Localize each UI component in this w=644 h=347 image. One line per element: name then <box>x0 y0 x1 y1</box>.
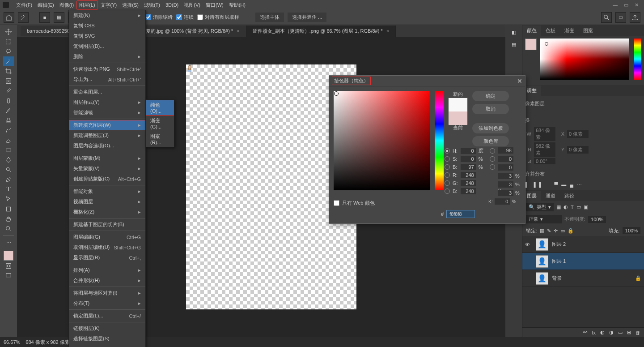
add-swatch-button[interactable]: 添加到色板 <box>472 123 509 133</box>
menu-item[interactable]: 视频图层▸ <box>69 197 145 207</box>
submenu-item[interactable]: 图案(R)... <box>146 131 174 147</box>
tab-close-icon[interactable]: × <box>386 28 389 34</box>
menu-item[interactable]: 分布(T)▸ <box>69 298 145 308</box>
m-input[interactable]: 3 <box>498 181 513 188</box>
r-input[interactable]: 248 <box>461 172 476 178</box>
b-input[interactable]: 97 <box>461 164 476 170</box>
sample-all-checkbox[interactable] <box>197 14 203 20</box>
new-selection-icon[interactable]: ■ <box>39 12 50 23</box>
select-subject-button[interactable]: 选择主体 <box>255 13 284 22</box>
menu-view[interactable]: 视图(V) <box>181 0 203 10</box>
select-and-mask-button[interactable]: 选择并遮住 ... <box>288 13 326 22</box>
stamp-tool-icon[interactable] <box>3 116 14 125</box>
blur-tool-icon[interactable] <box>3 155 14 164</box>
menu-item[interactable]: 新建调整图层(J)▸ <box>69 130 145 141</box>
lasso-tool-icon[interactable] <box>3 47 14 56</box>
menu-item[interactable]: 创建剪贴蒙版(C)Alt+Ctrl+G <box>69 174 145 184</box>
align-bot-icon[interactable]: ▄ <box>570 182 573 188</box>
filter-shape-icon[interactable]: ▭ <box>576 204 581 210</box>
align-left-icon[interactable]: ▌ <box>525 182 529 188</box>
menu-3d[interactable]: 3D(D) <box>163 1 181 9</box>
hue-bar[interactable] <box>634 39 641 80</box>
x-field[interactable]: 0 像素 <box>567 130 589 138</box>
menu-item[interactable]: 新建填充图层(W)▸ <box>69 120 145 130</box>
menu-item[interactable]: 复制 SVG <box>69 31 145 41</box>
minimize-icon[interactable]: — <box>613 2 618 8</box>
submenu-item[interactable]: 渐变(G)... <box>146 116 174 131</box>
document-tab[interactable]: 证件照女_副本（更清晰）.png @ 66.7% (图层 1, RGB/8#) … <box>246 26 396 37</box>
y-input[interactable]: 3 <box>498 190 513 196</box>
brush-tool-icon[interactable] <box>3 106 14 115</box>
antialias-checkbox[interactable] <box>145 14 151 20</box>
menu-file[interactable]: 文件(F) <box>13 0 35 10</box>
blend-mode-select[interactable]: 正常 ▾ <box>526 215 562 223</box>
menu-item[interactable]: 新建(N)▸ <box>69 10 145 21</box>
s-input[interactable]: 0 <box>461 156 476 162</box>
fill-input[interactable]: 100% <box>623 227 640 234</box>
fg-color-swatch[interactable] <box>525 39 537 50</box>
menu-item[interactable]: 导出为...Alt+Shift+Ctrl+' <box>69 74 145 85</box>
workspace-icon[interactable]: ▭ <box>615 12 626 23</box>
menu-item[interactable]: 智能对象▸ <box>69 186 145 197</box>
share-icon[interactable] <box>630 12 640 23</box>
menu-item[interactable]: 重命名图层... <box>69 87 145 97</box>
link-layers-icon[interactable]: ⚯ <box>583 330 587 335</box>
menu-type[interactable]: 文字(Y) <box>98 0 120 10</box>
move-tool-icon[interactable] <box>3 27 14 36</box>
wand-tool-icon[interactable] <box>3 56 14 66</box>
s-radio[interactable] <box>445 156 450 162</box>
width-field[interactable]: 684 像素 <box>534 127 555 141</box>
eyedropper-tool-icon[interactable] <box>3 86 14 95</box>
align-center-icon[interactable]: ▐ <box>532 182 536 188</box>
bb-radio[interactable] <box>445 188 450 194</box>
close-icon[interactable]: ✕ <box>635 2 639 8</box>
filter-smart-icon[interactable]: ▣ <box>584 204 588 210</box>
menu-item[interactable]: 复制图层(D)... <box>69 41 145 51</box>
maximize-icon[interactable]: ▭ <box>624 2 628 8</box>
c-input[interactable]: 3 <box>498 173 513 179</box>
hand-tool-icon[interactable] <box>3 214 14 223</box>
lock-paint-icon[interactable]: ✎ <box>547 228 551 234</box>
menu-item[interactable]: 快速导出为 PNGShift+Ctrl+' <box>69 64 145 74</box>
submenu-item[interactable]: 纯色(O)... <box>146 100 174 116</box>
menu-item[interactable]: 新建基于图层的切片(B) <box>69 219 145 230</box>
lock-all-icon[interactable]: 🔒 <box>568 228 574 234</box>
menu-item[interactable]: 复制 CSS <box>69 21 145 31</box>
align-right-icon[interactable]: ▌ <box>539 182 543 188</box>
layer-row[interactable]: 👤背景🔒 <box>522 270 644 287</box>
menu-item[interactable]: 图层样式(Y)▸ <box>69 97 145 107</box>
tab-channels[interactable]: 通道 <box>541 191 560 201</box>
color-library-button[interactable]: 颜色库 <box>472 136 509 146</box>
type-tool-icon[interactable]: T <box>3 184 14 194</box>
menu-item[interactable]: 选择链接图层(S) <box>69 334 145 344</box>
l-input[interactable]: 98 <box>498 147 513 154</box>
opacity-input[interactable]: 100% <box>588 216 606 223</box>
menu-layer[interactable]: 图层(L) <box>76 0 97 10</box>
more-icon[interactable]: ⋯ <box>577 182 582 188</box>
menu-item[interactable]: 排列(A)▸ <box>69 265 145 275</box>
dialog-close-icon[interactable]: ✕ <box>517 77 522 85</box>
menu-edit[interactable]: 编辑(E) <box>35 0 57 10</box>
tab-color[interactable]: 颜色 <box>522 26 541 36</box>
align-mid-icon[interactable]: ▬ <box>561 182 566 188</box>
menu-item[interactable]: 栅格化(Z)▸ <box>69 207 145 217</box>
g-input[interactable]: 248 <box>461 180 476 186</box>
menu-window[interactable]: 窗口(W) <box>203 0 226 10</box>
la-input[interactable]: 0 <box>498 156 513 162</box>
marquee-tool-icon[interactable] <box>3 37 14 46</box>
hue-slider[interactable] <box>435 91 444 190</box>
y-field[interactable]: 0 像素 <box>567 146 589 154</box>
tab-close-icon[interactable]: × <box>237 28 239 34</box>
delete-layer-icon[interactable]: 🗑 <box>636 330 640 335</box>
foreground-color-swatch[interactable] <box>4 251 13 261</box>
mask-icon[interactable]: ◐ <box>600 330 605 335</box>
menu-item[interactable]: 智能滤镜▸ <box>69 107 145 118</box>
menu-select[interactable]: 选择(S) <box>119 0 141 10</box>
layer-row[interactable]: 👁👤图层 2 <box>522 236 644 253</box>
adjust-layer-icon[interactable]: ◑ <box>609 330 614 335</box>
menu-help[interactable]: 帮助(H) <box>226 0 248 10</box>
tray-icon[interactable]: ▤ <box>512 42 516 47</box>
menu-item[interactable]: 将图层与选区对齐(I)▸ <box>69 288 145 298</box>
menu-item[interactable]: 矢量蒙版(V)▸ <box>69 163 145 174</box>
filter-type-icon[interactable]: T <box>571 205 574 210</box>
